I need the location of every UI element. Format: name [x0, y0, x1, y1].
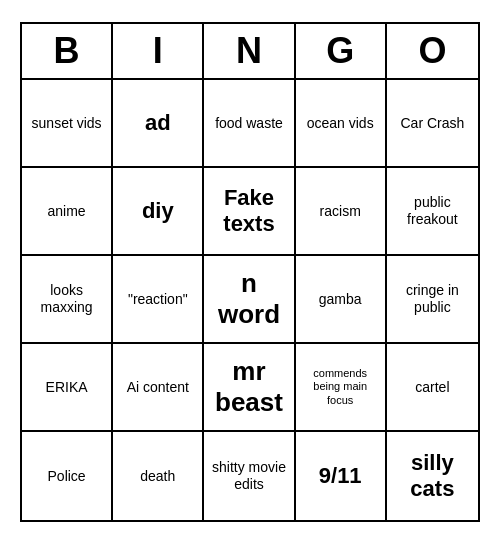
bingo-cell-19[interactable]: cartel — [387, 344, 478, 432]
header-n: N — [204, 24, 295, 78]
header-o: O — [387, 24, 478, 78]
bingo-cell-10[interactable]: looks maxxing — [22, 256, 113, 344]
bingo-header: B I N G O — [22, 24, 478, 80]
header-g: G — [296, 24, 387, 78]
bingo-cell-21[interactable]: death — [113, 432, 204, 520]
bingo-cell-24[interactable]: silly cats — [387, 432, 478, 520]
bingo-cell-4[interactable]: Car Crash — [387, 80, 478, 168]
bingo-cell-11[interactable]: "reaction" — [113, 256, 204, 344]
bingo-card: B I N G O sunset vidsadfood wasteocean v… — [20, 22, 480, 522]
bingo-cell-18[interactable]: commends being main focus — [296, 344, 387, 432]
bingo-cell-23[interactable]: 9/11 — [296, 432, 387, 520]
bingo-cell-1[interactable]: ad — [113, 80, 204, 168]
header-i: I — [113, 24, 204, 78]
bingo-cell-13[interactable]: gamba — [296, 256, 387, 344]
bingo-cell-16[interactable]: Ai content — [113, 344, 204, 432]
bingo-cell-6[interactable]: diy — [113, 168, 204, 256]
bingo-cell-22[interactable]: shitty movie edits — [204, 432, 295, 520]
bingo-cell-14[interactable]: cringe in public — [387, 256, 478, 344]
bingo-cell-2[interactable]: food waste — [204, 80, 295, 168]
bingo-grid: sunset vidsadfood wasteocean vidsCar Cra… — [22, 80, 478, 520]
bingo-cell-8[interactable]: racism — [296, 168, 387, 256]
bingo-cell-7[interactable]: Fake texts — [204, 168, 295, 256]
bingo-cell-15[interactable]: ERIKA — [22, 344, 113, 432]
bingo-cell-12[interactable]: n word — [204, 256, 295, 344]
bingo-cell-9[interactable]: public freakout — [387, 168, 478, 256]
header-b: B — [22, 24, 113, 78]
bingo-cell-17[interactable]: mr beast — [204, 344, 295, 432]
bingo-cell-0[interactable]: sunset vids — [22, 80, 113, 168]
bingo-cell-20[interactable]: Police — [22, 432, 113, 520]
bingo-cell-3[interactable]: ocean vids — [296, 80, 387, 168]
bingo-cell-5[interactable]: anime — [22, 168, 113, 256]
